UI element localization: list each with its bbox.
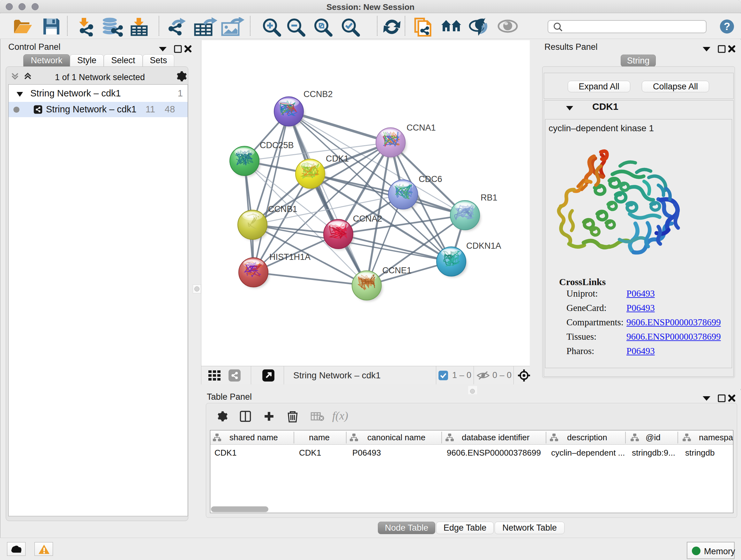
svg-text:CCNE1: CCNE1 xyxy=(382,266,412,275)
svg-text:canonical name: canonical name xyxy=(367,433,425,442)
svg-text:CDC6: CDC6 xyxy=(419,174,442,184)
svg-text:shared name: shared name xyxy=(229,433,278,442)
svg-text:CCNB2: CCNB2 xyxy=(304,89,333,99)
svg-text:HIST1H1A: HIST1H1A xyxy=(269,252,311,262)
svg-text:CDK1: CDK1 xyxy=(326,154,349,164)
svg-text:namespac: namespac xyxy=(699,433,733,442)
svg-text:?: ? xyxy=(724,20,730,32)
svg-text:CDKN1A: CDKN1A xyxy=(466,241,501,251)
svg-text:CCNA2: CCNA2 xyxy=(353,214,382,224)
svg-text:CCNB1: CCNB1 xyxy=(268,204,297,214)
svg-text:name: name xyxy=(309,433,330,442)
svg-text:RB1: RB1 xyxy=(481,193,497,202)
svg-text:description: description xyxy=(567,433,607,442)
svg-text:CCNA1: CCNA1 xyxy=(407,123,436,132)
svg-text:@id: @id xyxy=(646,433,661,442)
svg-text:CDC25B: CDC25B xyxy=(260,140,294,150)
svg-text:database identifier: database identifier xyxy=(462,433,530,442)
